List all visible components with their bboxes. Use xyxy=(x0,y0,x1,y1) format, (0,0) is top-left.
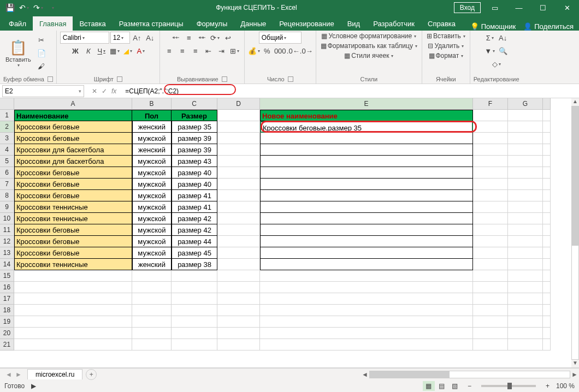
cell[interactable]: размер 45 xyxy=(172,247,217,259)
cell[interactable] xyxy=(217,224,260,236)
cell[interactable] xyxy=(508,236,543,247)
enter-formula-icon[interactable]: ✓ xyxy=(102,87,107,95)
row-header[interactable]: 20 xyxy=(0,328,14,339)
cell[interactable]: Кроссовки для баскетбола xyxy=(14,144,132,156)
cell[interactable] xyxy=(508,167,543,179)
cell[interactable] xyxy=(14,305,132,316)
cell[interactable] xyxy=(508,305,543,316)
cell[interactable] xyxy=(508,339,543,351)
redo-icon[interactable]: ↷▾ xyxy=(32,1,45,14)
format-cells-button[interactable]: ▦ Формат▾ xyxy=(428,51,465,60)
ribbon-display-icon[interactable]: ▭ xyxy=(485,0,505,15)
cell[interactable] xyxy=(508,201,543,213)
cell[interactable]: Кроссовки беговые xyxy=(14,121,132,133)
col-header[interactable]: A xyxy=(14,98,132,110)
row-header[interactable]: 17 xyxy=(0,293,14,305)
format-as-table-button[interactable]: ▦ Форматировать как таблицу▾ xyxy=(320,41,418,50)
cell[interactable] xyxy=(132,328,172,339)
cell[interactable]: мужской xyxy=(132,179,172,190)
cell[interactable]: Кроссовки беговые xyxy=(14,224,132,236)
cell[interactable]: Кроссовки теннисные xyxy=(14,201,132,213)
cell[interactable] xyxy=(473,339,508,351)
row-header[interactable]: 5 xyxy=(0,156,14,167)
cell[interactable] xyxy=(217,247,260,259)
cell[interactable] xyxy=(132,282,172,293)
delete-cells-button[interactable]: ⊟ Удалить▾ xyxy=(427,41,465,50)
cell[interactable]: размер 42 xyxy=(172,224,217,236)
cell[interactable] xyxy=(260,236,473,247)
zoom-in-icon[interactable]: + xyxy=(546,382,550,390)
format-painter-icon[interactable]: 🖌 xyxy=(36,61,48,73)
cell[interactable] xyxy=(508,156,543,167)
cell[interactable] xyxy=(217,305,260,316)
indent-increase-icon[interactable]: ⇥ xyxy=(216,45,228,57)
align-right-icon[interactable]: ≡ xyxy=(190,45,202,57)
row-header[interactable]: 10 xyxy=(0,213,14,224)
cell[interactable]: размер 35 xyxy=(172,121,217,133)
cell[interactable] xyxy=(260,316,473,328)
row-header[interactable]: 1 xyxy=(0,110,14,121)
cell[interactable]: женский xyxy=(132,259,172,270)
col-header[interactable]: B xyxy=(132,98,172,110)
cell[interactable] xyxy=(473,167,508,179)
cell[interactable] xyxy=(473,305,508,316)
cell[interactable] xyxy=(217,339,260,351)
orientation-icon[interactable]: ⟳▾ xyxy=(209,32,221,44)
zoom-slider[interactable] xyxy=(481,385,536,387)
cell[interactable] xyxy=(217,282,260,293)
cell[interactable]: мужской xyxy=(132,201,172,213)
font-dialog-launcher[interactable] xyxy=(117,76,122,82)
cell[interactable]: Кроссовки беговые.размер 35 xyxy=(260,121,473,133)
save-icon[interactable]: 💾 xyxy=(3,1,16,14)
fx-icon[interactable]: fx xyxy=(111,87,116,95)
cell[interactable] xyxy=(217,133,260,144)
cell[interactable] xyxy=(473,156,508,167)
cell[interactable]: размер 41 xyxy=(172,201,217,213)
cell[interactable] xyxy=(260,339,473,351)
decrease-decimal-icon[interactable]: .0→ xyxy=(300,45,312,57)
cell[interactable] xyxy=(260,179,473,190)
horizontal-scrollbar[interactable]: ◄ ► xyxy=(361,371,579,378)
cell[interactable]: Кроссовки беговые xyxy=(14,167,132,179)
macro-record-icon[interactable]: ▶ xyxy=(31,382,36,390)
tab-view[interactable]: Вид xyxy=(341,16,367,31)
cell[interactable] xyxy=(473,236,508,247)
cell[interactable]: Кроссовки теннисные xyxy=(14,213,132,224)
conditional-formatting-button[interactable]: ▦ Условное форматирование▾ xyxy=(320,32,417,40)
row-header[interactable]: 7 xyxy=(0,179,14,190)
row-header[interactable]: 9 xyxy=(0,201,14,213)
align-bottom-icon[interactable]: ⬵ xyxy=(196,32,208,44)
align-top-icon[interactable]: ⬴ xyxy=(170,32,182,44)
paste-button[interactable]: 📋 Вставить ▾ xyxy=(3,38,33,69)
col-header[interactable]: E xyxy=(260,98,473,110)
cell[interactable] xyxy=(473,270,508,282)
fill-color-button[interactable]: ◢▾ xyxy=(122,45,134,57)
cell[interactable]: Кроссовки беговые xyxy=(14,190,132,201)
sheet-tab[interactable]: microexcel.ru xyxy=(27,369,82,379)
zoom-out-icon[interactable]: − xyxy=(468,382,471,390)
cell[interactable]: Кроссовки беговые xyxy=(14,133,132,144)
align-center-icon[interactable]: ≡ xyxy=(176,45,188,57)
cell[interactable]: размер 39 xyxy=(172,144,217,156)
cell[interactable]: Новое наименование xyxy=(260,110,473,121)
cell[interactable] xyxy=(14,339,132,351)
cell[interactable] xyxy=(473,328,508,339)
cell[interactable] xyxy=(260,190,473,201)
comma-format-icon[interactable]: 000 xyxy=(274,45,286,57)
cell[interactable] xyxy=(508,190,543,201)
cell[interactable] xyxy=(508,328,543,339)
cell[interactable] xyxy=(260,247,473,259)
cell[interactable] xyxy=(473,224,508,236)
cell[interactable]: размер 39 xyxy=(172,133,217,144)
cell[interactable] xyxy=(260,293,473,305)
cell[interactable] xyxy=(473,201,508,213)
cell[interactable]: Кроссовки беговые xyxy=(14,236,132,247)
tab-data[interactable]: Данные xyxy=(234,16,273,31)
clear-icon[interactable]: ◇▾ xyxy=(491,58,503,70)
cell[interactable]: Кроссовки теннисные xyxy=(14,259,132,270)
cell[interactable] xyxy=(473,179,508,190)
sort-filter-icon[interactable]: A↓ xyxy=(497,32,509,44)
cut-icon[interactable]: ✂ xyxy=(36,34,48,46)
scroll-right-icon[interactable]: ► xyxy=(570,371,579,378)
italic-button[interactable]: К xyxy=(82,45,94,57)
